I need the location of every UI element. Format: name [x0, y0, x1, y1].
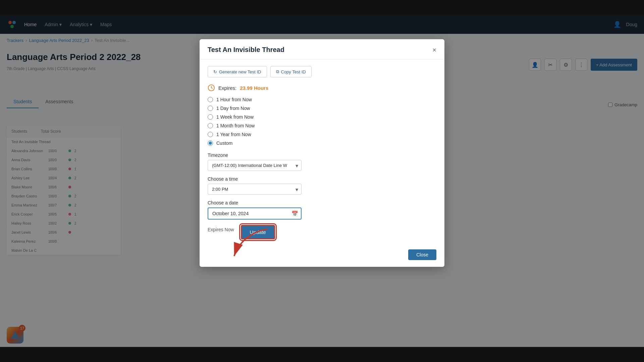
date-label: Choose a date	[208, 200, 436, 205]
modal-dialog: Test An Invisible Thread × ↻ Generate ne…	[200, 39, 444, 267]
date-group: Choose a date 📅	[208, 200, 436, 220]
expires-label: Expires:	[218, 85, 236, 91]
update-button-section: Update	[241, 225, 275, 239]
modal-close-button[interactable]: ×	[432, 47, 436, 53]
expires-value: 23.99 Hours	[240, 85, 268, 91]
expiry-radio-group: 1 Hour from Now 1 Day from Now 1 Week fr…	[208, 97, 436, 146]
close-button[interactable]: Close	[408, 249, 436, 260]
top-black-bar	[0, 0, 644, 15]
timezone-group: Timezone (GMT-12:00) International Date …	[208, 153, 436, 171]
radio-1day[interactable]: 1 Day from Now	[208, 106, 436, 111]
radio-custom[interactable]: Custom	[208, 140, 436, 146]
expires-row: Expires: 23.99 Hours	[208, 84, 436, 92]
modal-header: Test An Invisible Thread ×	[200, 39, 444, 59]
radio-1week[interactable]: 1 Week from Now	[208, 114, 436, 120]
radio-1year[interactable]: 1 Year from Now	[208, 132, 436, 137]
timezone-select[interactable]: (GMT-12:00) International Date Line W	[208, 160, 302, 171]
date-input-wrapper: 📅	[208, 207, 302, 220]
timezone-select-wrapper: (GMT-12:00) International Date Line W ▾	[208, 160, 302, 171]
modal-action-buttons: ↻ Generate new Test ID ⧉ Copy Test ID	[208, 66, 436, 77]
time-select[interactable]: 2:00 PM	[208, 184, 302, 195]
modal-body: ↻ Generate new Test ID ⧉ Copy Test ID Ex…	[200, 59, 444, 246]
copy-test-id-button[interactable]: ⧉ Copy Test ID	[270, 66, 312, 77]
generate-test-id-button[interactable]: ↻ Generate new Test ID	[208, 66, 267, 77]
bottom-black-bar	[0, 347, 644, 362]
timezone-label: Timezone	[208, 153, 436, 158]
time-select-wrapper: 2:00 PM ▾	[208, 184, 302, 195]
time-group: Choose a time 2:00 PM ▾	[208, 176, 436, 195]
time-label: Choose a time	[208, 176, 436, 182]
radio-1month[interactable]: 1 Month from Now	[208, 123, 436, 128]
modal-footer: Close	[200, 249, 444, 260]
expires-now-label: Expires Now	[208, 227, 234, 232]
modal-title: Test An Invisible Thread	[208, 46, 284, 54]
copy-icon: ⧉	[276, 69, 279, 74]
update-section: Expires Now Update	[208, 225, 436, 239]
update-button[interactable]: Update	[241, 225, 275, 239]
date-input[interactable]	[208, 207, 302, 220]
refresh-icon: ↻	[213, 69, 217, 74]
radio-1hour[interactable]: 1 Hour from Now	[208, 97, 436, 102]
clock-icon	[208, 84, 215, 92]
